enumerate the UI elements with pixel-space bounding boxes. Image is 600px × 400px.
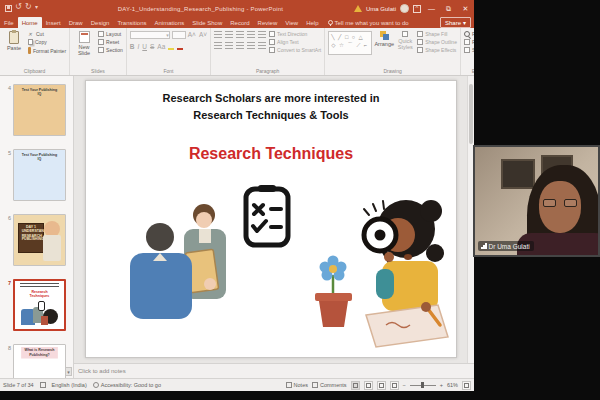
slides-group: New Slide Layout Reset Section Slides	[70, 28, 127, 75]
copy-button[interactable]: Copy	[28, 39, 66, 45]
highlight-color-icon[interactable]	[168, 44, 174, 50]
notes-toggle[interactable]: Notes	[286, 382, 308, 388]
paragraph-group-label: Paragraph	[211, 68, 324, 74]
strikethrough-button[interactable]: S	[150, 43, 154, 51]
thumbnail-slide-4[interactable]: 4 Test Your Publishing IQ	[2, 84, 73, 136]
reading-view-button[interactable]	[377, 381, 386, 390]
thumbnail-slide-5[interactable]: 5 Test Your Publishing IQ	[2, 149, 73, 201]
tell-me-box[interactable]: Tell me what you want to do	[323, 17, 409, 28]
bold-button[interactable]: B	[130, 43, 135, 51]
font-color-icon[interactable]	[177, 44, 183, 50]
thumbnail-slide-8[interactable]: 8 What is Research Publishing?	[2, 344, 73, 378]
undo-icon[interactable]	[15, 5, 22, 12]
shape-outline-button[interactable]: Shape Outline	[417, 39, 457, 45]
qat-customize-icon[interactable]	[35, 5, 42, 12]
justify-icon[interactable]	[247, 42, 255, 49]
underline-button[interactable]: U	[142, 43, 147, 51]
clear-formatting-button[interactable]: Aa	[157, 43, 165, 51]
arrange-button[interactable]: Arrange	[375, 31, 393, 65]
shrink-font-button[interactable]: A˅	[199, 31, 207, 39]
select-button[interactable]: Select	[464, 47, 474, 53]
slideshow-view-button[interactable]	[390, 381, 399, 390]
bullets-icon[interactable]	[214, 31, 222, 38]
alert-icon[interactable]	[354, 5, 362, 12]
titlebar-right: Uma Gulati — ⧉ ✕	[354, 1, 474, 16]
account-avatar[interactable]	[400, 4, 409, 13]
tab-insert[interactable]: Insert	[42, 17, 65, 28]
current-slide-canvas[interactable]: Research Scholars are more interested in…	[85, 80, 457, 358]
restore-button[interactable]: ⧉	[442, 1, 455, 16]
save-icon[interactable]	[5, 5, 12, 12]
tab-record[interactable]: Record	[226, 17, 253, 28]
accessibility-checker[interactable]: Accessibility: Good to go	[93, 382, 161, 388]
tab-home[interactable]: Home	[18, 17, 42, 28]
grow-font-button[interactable]: A˄	[188, 31, 196, 39]
zoom-out-button[interactable]: −	[403, 382, 406, 388]
shape-fill-button[interactable]: Shape Fill	[417, 31, 457, 37]
font-size-combobox[interactable]	[172, 31, 186, 39]
new-slide-button[interactable]: New Slide	[73, 31, 95, 65]
format-painter-button[interactable]: Format Painter	[28, 47, 66, 54]
participant-name-label: Dr Uma Gulati	[478, 241, 534, 251]
language-indicator[interactable]: English (India)	[52, 382, 87, 388]
section-button[interactable]: Section	[98, 47, 123, 53]
thumbnail-slide-7-selected[interactable]: 7 Research Techniques	[2, 279, 73, 331]
text-direction-button[interactable]: Text Direction	[269, 31, 321, 37]
shape-effects-button[interactable]: Shape Effects	[417, 47, 457, 53]
normal-view-button[interactable]	[351, 381, 360, 390]
thumbnail-scroll-down-icon[interactable]: ▾	[65, 367, 72, 376]
convert-smartart-button[interactable]: Convert to SmartArt	[269, 47, 321, 53]
align-text-button[interactable]: Align Text	[269, 39, 321, 45]
tab-design[interactable]: Design	[87, 17, 114, 28]
line-spacing-icon[interactable]	[258, 31, 266, 38]
tab-animations[interactable]: Animations	[151, 17, 189, 28]
notes-pane[interactable]: Click to add notes	[74, 363, 474, 378]
paste-button[interactable]: Paste	[3, 31, 25, 65]
participant-face	[539, 181, 581, 233]
reset-button[interactable]: Reset	[98, 39, 123, 45]
slide-sorter-view-button[interactable]	[364, 381, 373, 390]
cut-button[interactable]: Cut	[28, 31, 66, 37]
font-name-combobox[interactable]	[130, 31, 170, 39]
close-button[interactable]: ✕	[459, 1, 472, 16]
zoom-slider-thumb[interactable]	[421, 382, 424, 388]
find-button[interactable]: Find	[464, 31, 474, 37]
align-left-icon[interactable]	[214, 42, 222, 49]
zoom-percent[interactable]: 61%	[447, 382, 458, 388]
zoom-in-button[interactable]: +	[440, 382, 443, 388]
paragraph-group: Text Direction Align Text Convert to Sma…	[211, 28, 325, 75]
tab-transitions[interactable]: Transitions	[113, 17, 150, 28]
replace-button[interactable]: Replace ▾	[464, 39, 474, 45]
tab-review[interactable]: Review	[254, 17, 282, 28]
italic-button[interactable]: I	[137, 43, 139, 51]
account-name[interactable]: Uma Gulati	[366, 6, 396, 12]
align-center-icon[interactable]	[225, 42, 233, 49]
indent-decrease-icon[interactable]	[236, 31, 244, 38]
copy-icon	[28, 39, 33, 45]
new-slide-icon	[79, 31, 90, 43]
participant-video-tile[interactable]: Dr Uma Gulati	[473, 145, 600, 257]
thumbnail-slide-6[interactable]: 6 DAY 1 UNDERSTANDING RESEARCH PUBLISHIN…	[2, 214, 73, 266]
tab-slide-show[interactable]: Slide Show	[188, 17, 226, 28]
tab-file[interactable]: File	[0, 17, 18, 28]
slide-indicator[interactable]: Slide 7 of 34	[3, 382, 34, 388]
indent-increase-icon[interactable]	[247, 31, 255, 38]
spell-check-icon[interactable]	[40, 382, 46, 388]
fit-slide-to-window-button[interactable]	[462, 381, 471, 390]
redo-icon[interactable]	[25, 5, 32, 12]
columns-icon[interactable]	[258, 42, 266, 49]
comments-toggle[interactable]: Comments	[312, 382, 347, 388]
tab-draw[interactable]: Draw	[65, 17, 87, 28]
share-button[interactable]: Share ▾	[440, 17, 471, 28]
align-right-icon[interactable]	[236, 42, 244, 49]
tab-help[interactable]: Help	[302, 17, 322, 28]
tab-view[interactable]: View	[281, 17, 302, 28]
zoom-slider[interactable]	[410, 385, 436, 386]
quick-styles-button[interactable]: Quick Styles	[396, 31, 414, 65]
minimize-button[interactable]: —	[425, 1, 438, 16]
numbering-icon[interactable]	[225, 31, 233, 38]
replace-icon	[464, 39, 470, 45]
shapes-gallery[interactable]: ╲ ╱ □ ○ △ ◇ ☆ ⌒ ⟋ ⌐	[328, 31, 372, 55]
layout-button[interactable]: Layout	[98, 31, 123, 37]
ribbon-display-options-icon[interactable]	[413, 5, 421, 13]
